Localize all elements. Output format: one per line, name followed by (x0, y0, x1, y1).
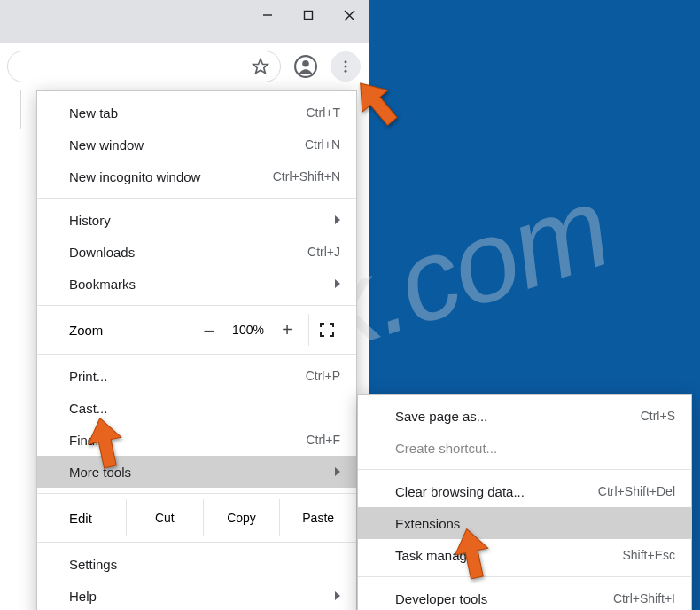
svg-marker-12 (450, 527, 494, 581)
submenu-developer-tools[interactable]: Developer tools Ctrl+Shift+I (358, 583, 691, 610)
zoom-label: Zoom (69, 323, 195, 338)
menu-edit-row: Edit Cut Copy Paste (37, 499, 356, 536)
menu-downloads[interactable]: Downloads Ctrl+J (37, 236, 356, 268)
svg-point-8 (345, 65, 347, 67)
tab-strip-edge (0, 90, 21, 129)
menu-shortcut: Ctrl+Shift+Del (598, 484, 675, 498)
menu-history[interactable]: History (37, 204, 356, 236)
svg-rect-1 (305, 12, 313, 20)
menu-label: Developer tools (395, 591, 613, 606)
menu-help[interactable]: Help (37, 580, 356, 610)
menu-shortcut: Ctrl+P (306, 369, 340, 383)
menu-separator (37, 198, 356, 199)
arrow-pointer-icon (450, 527, 494, 583)
menu-zoom-row: Zoom – 100% + (37, 311, 356, 348)
menu-separator (37, 305, 356, 306)
close-button[interactable] (329, 0, 369, 30)
copy-button[interactable]: Copy (203, 499, 280, 536)
menu-label: Downloads (69, 245, 307, 260)
minimize-button[interactable] (247, 0, 288, 30)
menu-separator (37, 493, 356, 494)
menu-print[interactable]: Print... Ctrl+P (37, 360, 356, 392)
menu-shortcut: Ctrl+Shift+I (613, 591, 675, 606)
submenu-extensions[interactable]: Extensions (358, 507, 691, 539)
menu-label: New window (69, 137, 305, 152)
menu-label: New incognito window (69, 169, 273, 184)
menu-shortcut: Ctrl+N (305, 137, 340, 152)
menu-separator (37, 542, 356, 543)
menu-label: Create shortcut... (395, 441, 675, 456)
menu-label: Save page as... (395, 409, 641, 424)
menu-label: History (69, 213, 340, 228)
arrow-pointer-icon (355, 75, 400, 132)
menu-label: New tab (69, 106, 307, 121)
chevron-right-icon (335, 467, 340, 476)
svg-point-7 (345, 60, 347, 63)
paste-button[interactable]: Paste (279, 499, 356, 536)
menu-settings[interactable]: Settings (37, 548, 356, 580)
menu-label: Settings (69, 557, 340, 572)
menu-label: Cast... (69, 401, 340, 416)
chevron-right-icon (335, 279, 340, 288)
chevron-right-icon (335, 215, 340, 224)
menu-label: Print... (69, 369, 306, 384)
menu-shortcut: Shift+Esc (622, 548, 675, 562)
zoom-in-button[interactable]: + (273, 320, 301, 340)
more-tools-submenu: Save page as... Ctrl+S Create shortcut..… (357, 394, 692, 610)
menu-shortcut: Ctrl+F (307, 433, 341, 447)
toolbar (0, 43, 369, 90)
menu-shortcut: Ctrl+Shift+N (273, 169, 340, 184)
svg-marker-10 (355, 75, 400, 132)
chevron-right-icon (335, 591, 340, 600)
bookmark-star-icon[interactable] (252, 58, 269, 75)
maximize-button[interactable] (288, 0, 329, 30)
submenu-save-page[interactable]: Save page as... Ctrl+S (358, 400, 691, 432)
profile-button[interactable] (292, 52, 320, 81)
menu-label: Help (69, 589, 340, 604)
menu-separator (37, 354, 356, 355)
menu-label: Task manager (395, 548, 622, 563)
edit-label: Edit (37, 511, 126, 526)
submenu-clear-data[interactable]: Clear browsing data... Ctrl+Shift+Del (358, 475, 691, 507)
menu-separator (358, 576, 691, 577)
menu-new-incognito[interactable]: New incognito window Ctrl+Shift+N (37, 160, 356, 192)
menu-label: Clear browsing data... (395, 484, 598, 499)
menu-new-window[interactable]: New window Ctrl+N (37, 129, 356, 160)
menu-label: Bookmarks (69, 277, 340, 292)
menu-shortcut: Ctrl+J (307, 245, 340, 259)
svg-point-9 (345, 69, 347, 72)
svg-point-6 (302, 59, 309, 66)
cut-button[interactable]: Cut (126, 499, 203, 536)
menu-shortcut: Ctrl+T (307, 106, 341, 120)
arrow-pointer-icon (83, 416, 128, 473)
main-menu: New tab Ctrl+T New window Ctrl+N New inc… (36, 90, 357, 610)
submenu-create-shortcut[interactable]: Create shortcut... (358, 432, 691, 464)
svg-marker-4 (253, 59, 268, 73)
menu-label: Extensions (395, 516, 675, 531)
zoom-value: 100% (223, 323, 273, 337)
submenu-task-manager[interactable]: Task manager Shift+Esc (358, 539, 691, 571)
svg-marker-11 (83, 416, 127, 470)
zoom-out-button[interactable]: – (195, 320, 223, 340)
menu-separator (358, 469, 691, 470)
menu-shortcut: Ctrl+S (641, 409, 675, 423)
titlebar (0, 0, 369, 43)
address-bar[interactable] (7, 51, 281, 82)
fullscreen-button[interactable] (308, 314, 344, 346)
menu-bookmarks[interactable]: Bookmarks (37, 268, 356, 300)
menu-new-tab[interactable]: New tab Ctrl+T (37, 97, 356, 129)
